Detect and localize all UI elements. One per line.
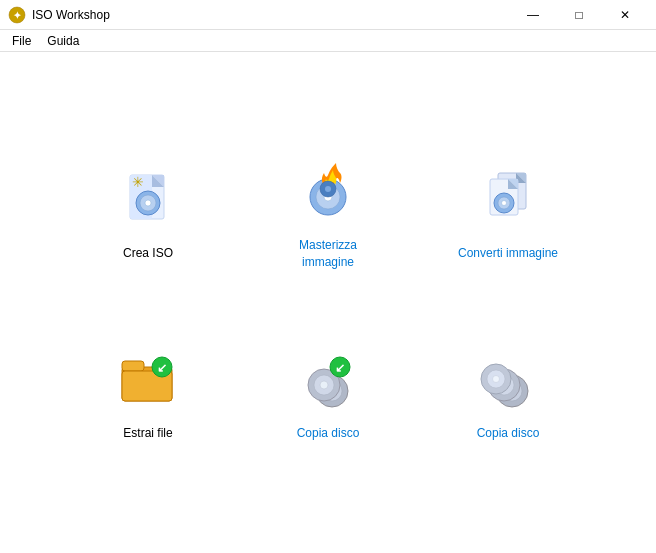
svg-point-14 [325,186,331,192]
converti-immagine-label: Converti immagine [458,245,558,262]
svg-point-45 [493,376,500,383]
svg-text:✦: ✦ [13,10,22,21]
crea-iso-button[interactable]: ✳ Crea ISO [78,133,218,293]
estrai-file-button[interactable]: ↙ Estrai file [78,313,218,473]
masterizza-immagine-button[interactable]: Masterizzaimmagine [258,133,398,293]
svg-text:✳: ✳ [132,174,144,190]
minimize-button[interactable]: — [510,0,556,30]
main-content: ✳ Crea ISO [0,52,656,553]
maximize-button[interactable]: □ [556,0,602,30]
crea-iso-icon: ✳ [112,163,184,235]
estrai-file-label: Estrai file [123,425,172,442]
app-icon: ✦ [8,6,26,24]
copia-disco-2-button[interactable]: Copia disco [438,313,578,473]
copia-disco-2-label: Copia disco [477,425,540,442]
svg-text:↙: ↙ [335,361,345,375]
icon-grid: ✳ Crea ISO [78,133,578,473]
converti-immagine-icon [472,163,544,235]
copia-disco-2-icon [472,343,544,415]
svg-rect-25 [122,361,144,371]
close-button[interactable]: ✕ [602,0,648,30]
app-title: ISO Workshop [32,8,510,22]
estrai-file-icon: ↙ [112,343,184,415]
copia-disco-1-icon: ↙ [292,343,364,415]
masterizza-immagine-label: Masterizzaimmagine [299,237,357,271]
window-controls: — □ ✕ [510,0,648,30]
menu-guida[interactable]: Guida [39,32,87,50]
crea-iso-label: Crea ISO [123,245,173,262]
svg-point-23 [502,201,507,206]
title-bar: ✦ ISO Workshop — □ ✕ [0,0,656,30]
svg-point-34 [320,381,328,389]
masterizza-immagine-icon [292,155,364,227]
svg-point-8 [145,200,151,206]
svg-text:↙: ↙ [157,361,167,375]
copia-disco-1-label: Copia disco [297,425,360,442]
menu-bar: File Guida [0,30,656,52]
copia-disco-1-button[interactable]: ↙ Copia disco [258,313,398,473]
menu-file[interactable]: File [4,32,39,50]
converti-immagine-button[interactable]: Converti immagine [438,133,578,293]
